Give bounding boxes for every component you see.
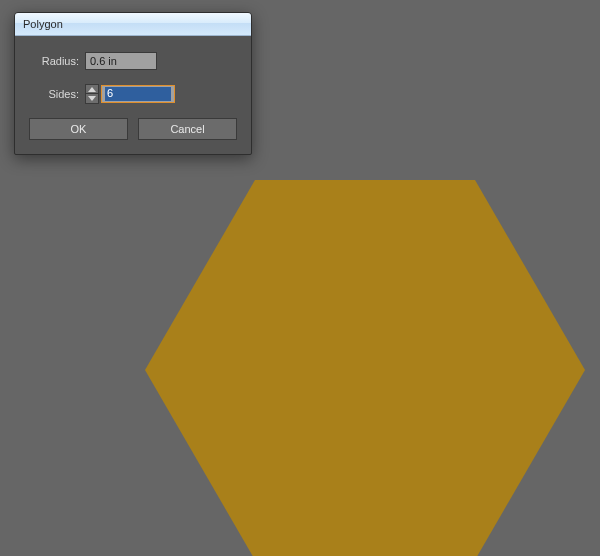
sides-input[interactable] xyxy=(101,85,175,103)
radius-row: Radius: xyxy=(29,52,237,70)
sides-step-up[interactable] xyxy=(85,84,99,94)
cancel-button[interactable]: Cancel xyxy=(138,118,237,140)
chevron-up-icon xyxy=(88,87,96,92)
sides-step-down[interactable] xyxy=(85,94,99,104)
ok-button[interactable]: OK xyxy=(29,118,128,140)
radius-input[interactable] xyxy=(85,52,157,70)
sides-stepper xyxy=(85,84,99,104)
chevron-down-icon xyxy=(88,96,96,101)
polygon-dialog: Polygon Radius: Sides: 6 OK xyxy=(14,12,252,155)
sides-row: Sides: 6 xyxy=(29,84,237,104)
hexagon-shape xyxy=(145,180,585,556)
dialog-title: Polygon xyxy=(23,18,63,30)
sides-label: Sides: xyxy=(29,88,85,100)
dialog-body: Radius: Sides: 6 OK Cancel xyxy=(15,36,251,154)
dialog-titlebar[interactable]: Polygon xyxy=(15,13,251,36)
svg-marker-1 xyxy=(88,96,96,101)
radius-label: Radius: xyxy=(29,55,85,67)
hexagon-polygon xyxy=(145,180,585,556)
svg-marker-0 xyxy=(88,87,96,92)
dialog-button-row: OK Cancel xyxy=(29,118,237,140)
